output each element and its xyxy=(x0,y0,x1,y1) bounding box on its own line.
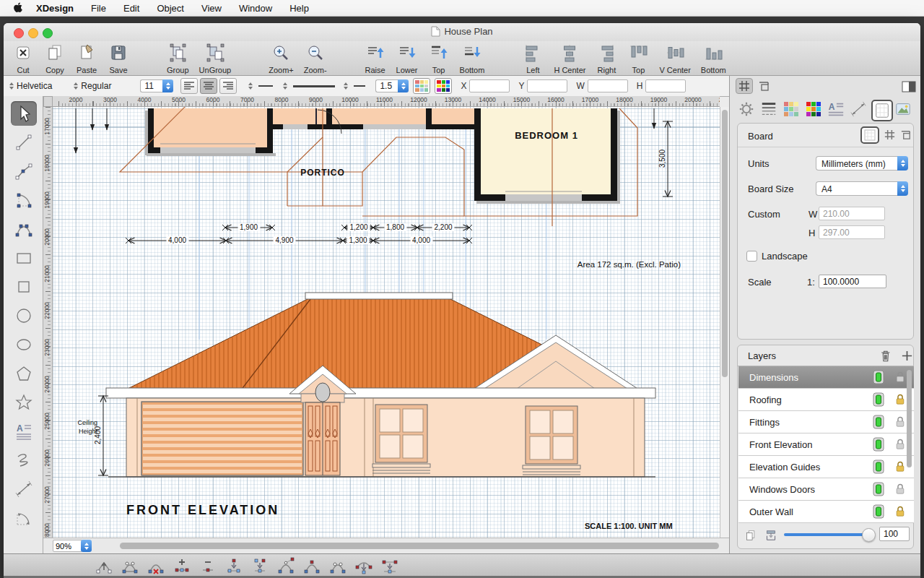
layer-visibility-toggle[interactable] xyxy=(873,370,884,387)
board-grid-button[interactable] xyxy=(881,126,898,142)
menu-help[interactable]: Help xyxy=(289,3,309,14)
line-end-stepper[interactable] xyxy=(344,82,348,90)
toggle-panel-icon[interactable] xyxy=(900,79,918,95)
layer-visibility-toggle[interactable] xyxy=(873,482,884,499)
raise-button[interactable]: Raise xyxy=(365,43,386,74)
layer-row-fittings[interactable]: Fittings xyxy=(738,411,914,434)
align-text-right-button[interactable] xyxy=(219,78,237,94)
layers-scrollbar[interactable] xyxy=(907,368,912,520)
tool-ellipse[interactable] xyxy=(11,332,37,357)
ungroup-button[interactable]: UnGroup xyxy=(199,43,232,74)
tool-select[interactable] xyxy=(11,101,37,126)
tool-bezier[interactable] xyxy=(11,217,37,241)
color-swatches-muted[interactable] xyxy=(782,100,801,118)
horizontal-scrollbar-thumb[interactable] xyxy=(120,543,719,549)
segment-split-button[interactable] xyxy=(224,556,244,576)
delete-layer-button[interactable] xyxy=(876,348,894,363)
vertical-scrollbar[interactable] xyxy=(720,107,729,538)
bottom-button[interactable]: Bottom xyxy=(701,43,726,74)
apple-menu-icon[interactable] xyxy=(13,2,23,14)
point-convert-button[interactable] xyxy=(94,556,114,576)
font-size-stepper[interactable] xyxy=(162,79,173,92)
tool-dim-angular[interactable] xyxy=(11,506,37,530)
stroke-scale-stepper[interactable] xyxy=(398,79,409,92)
stroke-scale-value[interactable]: 1.5 xyxy=(375,79,398,92)
save-button[interactable]: Save xyxy=(108,43,129,74)
layer-row-outer-wall[interactable]: Outer Wall xyxy=(738,501,914,523)
tool-text[interactable]: A xyxy=(11,419,37,444)
tool-square[interactable] xyxy=(11,275,37,299)
layer-row-elevation-guides[interactable]: Elevation Guides xyxy=(738,456,914,478)
align-text-left-button[interactable] xyxy=(180,78,198,94)
font-style-value[interactable]: Regular xyxy=(81,81,111,91)
segment-join-button[interactable] xyxy=(250,556,270,576)
duplicate-layer-button[interactable] xyxy=(742,527,759,543)
layers-scrollbar-thumb[interactable] xyxy=(907,370,912,467)
layer-row-windows-doors[interactable]: Windows Doors xyxy=(738,478,914,501)
units-stepper[interactable] xyxy=(897,156,908,171)
flatten-points-button[interactable] xyxy=(380,556,400,576)
arc-close-button[interactable] xyxy=(120,556,140,576)
menu-window[interactable]: Window xyxy=(239,3,272,14)
tool-circle[interactable] xyxy=(11,303,37,328)
lower-button[interactable]: Lower xyxy=(396,43,418,74)
font-size-combo[interactable]: 11 xyxy=(140,79,173,92)
tool-pentagon[interactable] xyxy=(11,361,37,386)
zoom--button[interactable]: Zoom- xyxy=(304,43,327,74)
custom-width-field[interactable] xyxy=(819,207,885,220)
zoom-level-field[interactable] xyxy=(53,540,83,552)
image-fill-icon[interactable] xyxy=(894,100,912,118)
tangent-handle-button[interactable] xyxy=(276,556,296,576)
arc-collapse-button[interactable] xyxy=(354,556,374,576)
x-field[interactable] xyxy=(469,79,510,92)
line-start-stepper[interactable] xyxy=(248,82,253,90)
layer-lock-icon-unlocked[interactable] xyxy=(894,438,906,452)
stroke-scale-combo[interactable]: 1.5 xyxy=(375,79,409,92)
top-button[interactable]: Top xyxy=(627,43,649,74)
layer-visibility-toggle[interactable] xyxy=(873,392,884,409)
menu-view[interactable]: View xyxy=(201,3,222,14)
layer-opacity-knob[interactable] xyxy=(862,528,876,542)
font-style-stepper[interactable] xyxy=(74,82,78,90)
top-button[interactable]: Top xyxy=(428,43,450,74)
arc-points-button[interactable] xyxy=(328,556,348,576)
layer-lock-icon-unlocked[interactable] xyxy=(894,483,906,497)
tool-dim-linear[interactable] xyxy=(11,477,37,501)
font-family-value[interactable]: Helvetica xyxy=(17,81,52,91)
custom-height-field[interactable] xyxy=(819,225,885,239)
right-button[interactable]: Right xyxy=(596,43,617,74)
board-tab-icon[interactable] xyxy=(871,100,893,121)
w-field[interactable] xyxy=(588,79,628,92)
group-button[interactable]: Group xyxy=(167,43,189,74)
point-remove-button[interactable] xyxy=(198,556,218,576)
layer-lock-icon-unlocked[interactable] xyxy=(894,371,906,385)
stroke-style-icon[interactable] xyxy=(759,100,778,118)
merge-layer-button[interactable] xyxy=(762,527,780,543)
tool-star[interactable] xyxy=(11,390,37,415)
layer-row-roofing[interactable]: Roofing xyxy=(738,389,914,411)
layer-opacity-field[interactable] xyxy=(879,527,910,541)
menu-file[interactable]: File xyxy=(91,3,106,14)
tool-rect[interactable] xyxy=(11,246,37,270)
show-grid-button[interactable] xyxy=(736,78,753,94)
y-field[interactable] xyxy=(527,79,567,92)
apex-point-button[interactable] xyxy=(302,556,322,576)
layer-row-front-elevation[interactable]: Front Elevation xyxy=(738,434,914,456)
align-text-center-button[interactable] xyxy=(200,78,217,94)
point-add-button[interactable] xyxy=(172,556,192,576)
layer-visibility-toggle[interactable] xyxy=(873,460,884,476)
scale-field[interactable] xyxy=(819,275,886,288)
line-width-stepper[interactable] xyxy=(283,82,287,90)
layer-visibility-toggle[interactable] xyxy=(873,504,884,521)
zoom-level-stepper[interactable] xyxy=(81,540,92,552)
board-mode-button[interactable] xyxy=(860,126,879,144)
menu-app-name[interactable]: XDesign xyxy=(36,3,74,14)
layer-lock-icon-locked[interactable] xyxy=(894,393,906,407)
board-size-stepper[interactable] xyxy=(897,181,908,196)
layer-opacity-slider[interactable] xyxy=(784,533,871,536)
tool-line[interactable] xyxy=(11,130,37,155)
fill-color-palette-button[interactable] xyxy=(435,78,452,94)
text-style-icon[interactable]: A xyxy=(827,100,845,118)
board-size-select[interactable]: A4 xyxy=(816,181,908,197)
cut-button[interactable]: Cut xyxy=(12,43,34,74)
